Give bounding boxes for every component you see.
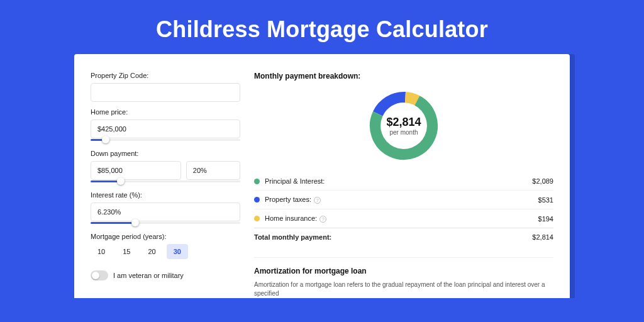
home-price-slider[interactable] <box>91 137 240 143</box>
period-button-20[interactable]: 20 <box>142 244 163 259</box>
page-title: Childress Mortgage Calculator <box>0 0 644 54</box>
zip-input[interactable] <box>91 83 240 102</box>
slider-thumb[interactable] <box>131 219 139 226</box>
mortgage-period-label: Mortgage period (years): <box>91 233 240 240</box>
amortization-heading: Amortization for mortgage loan <box>254 267 553 275</box>
breakdown-label: Principal & Interest: <box>265 177 532 185</box>
slider-thumb[interactable] <box>102 136 109 143</box>
down-payment-slider[interactable] <box>91 179 240 185</box>
amortization-body: Amortization for a mortgage loan refers … <box>254 280 553 298</box>
period-button-30[interactable]: 30 <box>167 244 188 259</box>
breakdown-column: Monthly payment breakdown: $2,814 per mo… <box>254 72 553 298</box>
period-button-10[interactable]: 10 <box>91 244 112 259</box>
zip-label: Property Zip Code: <box>91 72 240 79</box>
veteran-toggle[interactable] <box>91 270 108 280</box>
legend-dot <box>254 179 260 184</box>
total-value: $2,814 <box>532 233 553 241</box>
info-icon[interactable]: ? <box>319 216 326 223</box>
breakdown-row: Home insurance:?$194 <box>254 209 553 228</box>
calculator-panel: Property Zip Code: Home price: Down paym… <box>74 54 570 298</box>
down-payment-pct-input[interactable] <box>186 161 240 180</box>
interest-rate-input[interactable] <box>91 203 240 221</box>
breakdown-row: Principal & Interest:$2,089 <box>254 172 553 190</box>
down-payment-label: Down payment: <box>91 150 240 157</box>
interest-rate-label: Interest rate (%): <box>91 191 240 199</box>
info-icon[interactable]: ? <box>314 197 321 204</box>
slider-thumb[interactable] <box>117 177 125 185</box>
donut-center-amount: $2,814 <box>386 116 421 129</box>
interest-rate-slider[interactable] <box>91 220 240 226</box>
breakdown-label: Property taxes:? <box>265 196 538 204</box>
inputs-column: Property Zip Code: Home price: Down paym… <box>91 72 240 298</box>
period-button-15[interactable]: 15 <box>116 244 137 259</box>
legend-dot <box>254 197 260 203</box>
down-payment-input[interactable] <box>91 161 181 180</box>
breakdown-value: $531 <box>538 196 553 204</box>
payment-donut-chart: $2,814 per month <box>366 88 441 164</box>
total-label: Total monthly payment: <box>254 233 532 241</box>
veteran-label: I am veteran or military <box>113 272 184 279</box>
breakdown-heading: Monthly payment breakdown: <box>254 72 553 80</box>
breakdown-value: $194 <box>538 215 553 223</box>
home-price-input[interactable] <box>91 119 240 138</box>
mortgage-period-group: 10152030 <box>91 244 240 259</box>
home-price-label: Home price: <box>91 108 240 116</box>
legend-dot <box>254 216 260 221</box>
donut-center-sub: per month <box>389 129 418 136</box>
breakdown-row: Property taxes:?$531 <box>254 190 553 209</box>
breakdown-label: Home insurance:? <box>265 214 538 223</box>
breakdown-value: $2,089 <box>532 177 553 185</box>
